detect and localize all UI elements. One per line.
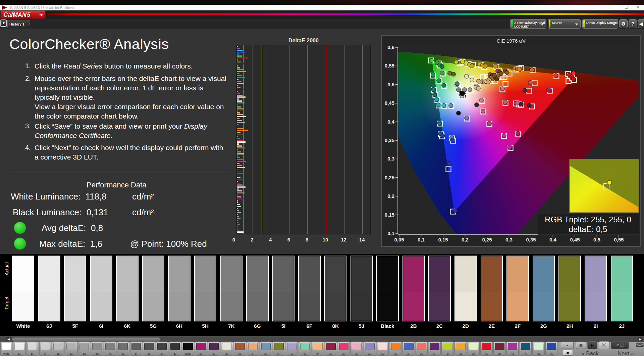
svg-text:0,2: 0,2 bbox=[462, 237, 469, 242]
svg-text:0,45: 0,45 bbox=[385, 100, 394, 106]
svg-text:0,25: 0,25 bbox=[385, 175, 394, 180]
svg-text:0,55: 0,55 bbox=[614, 237, 624, 242]
svg-text:0,3: 0,3 bbox=[505, 237, 513, 242]
svg-text:RGB Triplet: 255, 255, 0: RGB Triplet: 255, 255, 0 bbox=[545, 215, 631, 224]
svg-text:0,15: 0,15 bbox=[385, 212, 394, 218]
svg-text:0,3: 0,3 bbox=[387, 156, 394, 162]
svg-text:0,35: 0,35 bbox=[385, 137, 394, 143]
svg-text:0,4: 0,4 bbox=[387, 119, 395, 125]
svg-text:0,05: 0,05 bbox=[394, 237, 404, 242]
svg-text:0,1: 0,1 bbox=[418, 237, 425, 242]
svg-text:0,5: 0,5 bbox=[593, 237, 600, 242]
svg-text:0,4: 0,4 bbox=[549, 237, 557, 242]
svg-text:0,35: 0,35 bbox=[526, 237, 536, 242]
svg-text:0,1: 0,1 bbox=[387, 230, 394, 236]
svg-text:0,2: 0,2 bbox=[387, 193, 394, 199]
svg-text:deltaE: 0,5: deltaE: 0,5 bbox=[569, 225, 607, 234]
svg-text:0,45: 0,45 bbox=[570, 237, 580, 242]
svg-text:0,25: 0,25 bbox=[482, 237, 492, 242]
svg-text:0,5: 0,5 bbox=[387, 82, 394, 87]
svg-text:0,6: 0,6 bbox=[387, 44, 394, 50]
svg-text:0,55: 0,55 bbox=[385, 63, 394, 69]
svg-text:0,15: 0,15 bbox=[438, 237, 448, 242]
